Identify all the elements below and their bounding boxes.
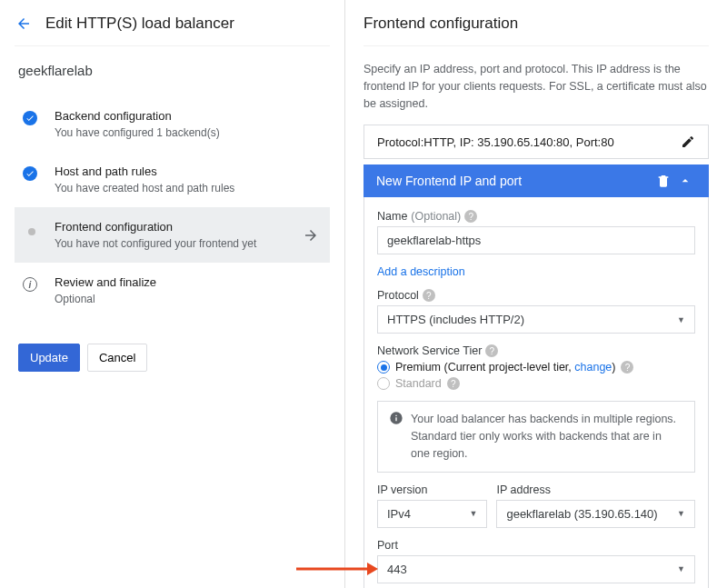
step-review[interactable]: i Review and finalizeOptional <box>15 263 330 318</box>
card-header: New Frontend IP and port <box>364 164 709 197</box>
caret-down-icon: ▼ <box>677 509 685 518</box>
back-arrow-icon[interactable] <box>15 15 33 33</box>
dot-icon <box>28 228 35 235</box>
annotation-arrow-icon <box>296 560 378 578</box>
svg-marker-1 <box>367 563 378 575</box>
chevron-up-icon[interactable] <box>674 174 696 188</box>
step-frontend[interactable]: Frontend configurationYou have not confi… <box>15 207 330 263</box>
caret-down-icon: ▼ <box>677 315 685 324</box>
lb-name: geekflarelab <box>15 46 330 89</box>
existing-frontend-row[interactable]: Protocol:HTTP, IP: 35.190.65.140:80, Por… <box>364 125 709 159</box>
step-backend[interactable]: Backend configurationYou have configured… <box>15 96 330 152</box>
checkmark-icon <box>23 166 37 181</box>
help-icon[interactable]: ? <box>464 210 477 223</box>
tier-note: Your load balancer has backends in multi… <box>377 401 695 472</box>
help-icon[interactable]: ? <box>485 344 498 357</box>
caret-down-icon: ▼ <box>677 564 685 573</box>
caret-down-icon: ▼ <box>470 509 478 518</box>
panel-title: Frontend configuration <box>364 9 709 46</box>
port-select[interactable]: 443▼ <box>377 555 695 583</box>
edit-icon[interactable] <box>681 135 695 149</box>
step-host-rules[interactable]: Host and path rulesYou have created host… <box>15 152 330 207</box>
page-title: Edit HTTP(S) load balancer <box>45 15 234 33</box>
help-icon[interactable]: ? <box>621 361 633 374</box>
update-button[interactable]: Update <box>18 344 80 372</box>
checkmark-icon <box>23 111 37 125</box>
protocol-select[interactable]: HTTPS (includes HTTP/2)▼ <box>377 305 695 334</box>
help-icon[interactable]: ? <box>447 377 460 390</box>
help-icon[interactable]: ? <box>423 289 435 302</box>
arrow-right-icon <box>303 227 319 244</box>
panel-desc: Specify an IP address, port and protocol… <box>364 46 709 125</box>
cancel-button[interactable]: Cancel <box>87 344 147 372</box>
add-description-link[interactable]: Add a description <box>377 265 695 278</box>
info-icon <box>389 411 403 462</box>
trash-icon[interactable] <box>652 174 674 188</box>
name-input[interactable] <box>377 226 695 254</box>
change-tier-link[interactable]: change <box>574 361 612 374</box>
ip-address-select[interactable]: geekflarelab (35.190.65.140)▼ <box>496 500 695 528</box>
ip-version-select[interactable]: IPv4▼ <box>377 500 487 528</box>
info-icon: i <box>23 277 37 292</box>
tier-standard-radio: Standard ? <box>377 377 695 390</box>
tier-premium-radio[interactable]: Premium (Current project-level tier, cha… <box>377 361 695 374</box>
